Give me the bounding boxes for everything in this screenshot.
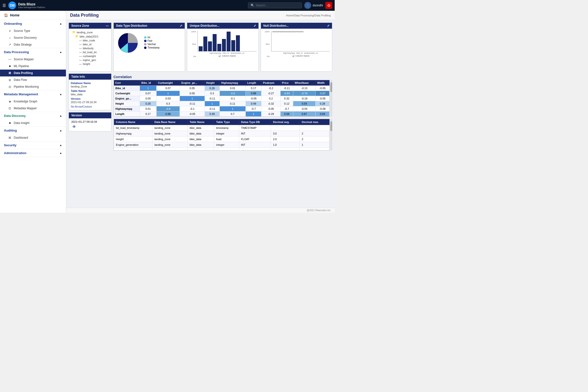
sidebar-item-metadata-mapper[interactable]: ⊡ Metadata Mapper (0, 105, 66, 112)
sidebar-item-source-type[interactable]: ≡ Source Type (0, 28, 66, 34)
detail-db: landing_zone (152, 131, 188, 136)
search-input[interactable] (256, 4, 299, 7)
scrollbar-right[interactable] (330, 80, 332, 117)
corr-cell: 0.32 (280, 96, 293, 101)
tree-item[interactable]: 📁 bike_data(2021- (70, 34, 110, 38)
source-type-label: Source Type (14, 29, 30, 32)
db-name-value: landing_Zone (71, 85, 109, 88)
source-zone-title: Source Zone (71, 24, 89, 28)
scrollbar-right2[interactable] (330, 119, 332, 151)
row-label: Bike_id (114, 86, 140, 91)
file-icon: — (79, 43, 82, 46)
tree-item[interactable]: — bikebody (70, 46, 110, 50)
source-discovery-label: Source Discovery (14, 36, 37, 40)
table-info-header: Table Info (69, 74, 111, 80)
pie-chart-svg (116, 30, 140, 55)
sidebar-item-data-insight[interactable]: ■ Data Insight (0, 120, 66, 126)
unique-dist-header: Unique Distribution... ⤢ (187, 23, 258, 29)
security-label: Security (4, 143, 16, 147)
tree-item[interactable]: — bd_load_tin (70, 50, 110, 54)
table-row: Length 0.17 0.88 -0.05 0.49 0.7 1 -0.29 (114, 112, 330, 116)
main-layout: 🏠 Home Onboarding ▲ ≡ Source Type ⌕ Sour… (0, 11, 335, 213)
corr-cell: -0.05 (262, 106, 280, 112)
sidebar-item-dashboard[interactable]: ⊞ Dashboard (0, 134, 66, 141)
detail-table-container: Columns Name Data Base Name Table Name T… (114, 119, 330, 151)
tree-item[interactable]: — bike_code (70, 38, 110, 42)
corr-cell: -0.11 (280, 86, 293, 91)
null-dist-x-labels: highrwaympg bike_id peakrpobike_oc (271, 52, 330, 54)
corr-cell: 0.07 (156, 86, 180, 91)
corr-cell: 0.7 (220, 112, 246, 116)
data-type-dist-panel: Data Type Distribution ⤢ (114, 22, 185, 72)
eye-icon[interactable]: 👁 (71, 124, 77, 130)
tree-item[interactable]: 📁 landing_zone (70, 30, 110, 34)
detail-dtype: INT (239, 131, 271, 136)
pie-chart-area: Int Fast Varchar (114, 29, 185, 57)
detail-col (114, 148, 152, 150)
row-label: Height (114, 101, 140, 106)
sidebar-item-source-discovery[interactable]: ⌕ Source Discovery (0, 34, 66, 41)
row-label: Curbweight (114, 91, 140, 96)
tree-item[interactable]: — height (70, 62, 110, 66)
sidebar-section-header-data-processing[interactable]: Data Processing ▲ (0, 48, 66, 56)
corr-cell: -0.08 (316, 106, 330, 112)
table-row: Highwaympg landing_zone bike_data intege… (114, 131, 330, 136)
detail-th-columns: Columns Name (114, 119, 152, 125)
version-title: Version (71, 114, 82, 117)
sidebar-item-data-flow[interactable]: ψ Data Flow (0, 76, 66, 83)
detail-type: timestamp (214, 125, 239, 131)
table-name-label: Table Name (71, 90, 109, 92)
sidebar-section-auditing: Auditing ▲ ⊞ Dashboard (0, 127, 66, 141)
corr-cell: -0.05 (316, 86, 330, 91)
sidebar-section-metadata: Metadata Management ▲ ◈ Knowledge Graph … (0, 90, 66, 112)
corr-th-height: Height (204, 80, 220, 86)
dashboard-label: Dashboard (14, 136, 28, 140)
sidebar-item-ml-pipeline[interactable]: ■ ML Pipeline (0, 63, 66, 70)
detail-type: foad (214, 136, 239, 142)
detail-avg: 2.0 (271, 136, 300, 142)
corr-cell: 0.17 (140, 112, 156, 116)
sidebar-item-knowledge-graph[interactable]: ◈ Knowledge Graph (0, 98, 66, 105)
sidebar-section-header-administration[interactable]: Administration ▲ (0, 149, 66, 157)
sidebar-item-source-mapper[interactable]: — Source Mapper (0, 56, 66, 63)
sidebar-item-data-profiling[interactable]: ⊞ Data Profiling (0, 70, 66, 76)
table-row: Bike_id 1 0.07 0.05 0.26 0.01 0.17 -0.2 (114, 86, 330, 91)
sidebar-section-header-auditing[interactable]: Auditing ▲ (0, 127, 66, 134)
unique-dist-axis-label: 📊 Column Name (198, 55, 256, 57)
detail-table-val: bike_data (188, 125, 214, 131)
expand-icon2[interactable]: ⤢ (254, 24, 256, 28)
tree-item[interactable]: — bike_id (70, 42, 110, 46)
table-row: Engine_generation landing_zone bike_data… (114, 142, 330, 148)
hamburger-icon[interactable]: ☰ (2, 3, 6, 8)
expand-icon[interactable]: ⤢ (180, 24, 182, 28)
sidebar-section-header-security[interactable]: Security ▲ (0, 141, 66, 149)
no-arrow-label: No Arrow/Coulum (71, 105, 109, 108)
middle-row: Table Info Database Name landing_Zone Ta… (68, 74, 332, 151)
search-bar[interactable]: 🔍 (248, 2, 302, 8)
source-zone-tree: 📁 landing_zone 📁 bike_data(2021- — bike_… (69, 29, 111, 68)
legend-int: Int (144, 36, 160, 39)
expand-icon3[interactable]: ⤢ (327, 24, 330, 28)
chevron-icon3: ▲ (60, 93, 62, 96)
sidebar-section-header-metadata[interactable]: Metadata Management ▲ (0, 90, 66, 98)
corr-th-bike-id: Bike_id (140, 80, 156, 86)
power-button[interactable]: ⏻ (325, 2, 332, 9)
sidebar-item-pipeline-monitoring[interactable]: ◎ Pipeline Monitoring (0, 83, 66, 90)
sidebar-item-data-strategy[interactable]: ↗ Data Strategy (0, 41, 66, 48)
administration-label: Administration (4, 151, 26, 155)
corr-cell: 0.07 (140, 91, 156, 96)
minimize-icon[interactable]: — (106, 24, 109, 28)
corr-th-length: Length (246, 80, 262, 86)
app-subtitle: Data Management Platform (18, 6, 45, 8)
corr-cell: -0.7 (246, 106, 262, 112)
detail-table-wrap: Columns Name Data Base Name Table Name T… (114, 119, 332, 151)
version-value: 2021=01-27 09:16:34 (71, 101, 109, 104)
tree-item[interactable]: — ingine_gen (70, 58, 110, 62)
sidebar-section-header-onboarding[interactable]: Onboarding ▲ (0, 20, 66, 28)
detail-avg (271, 125, 300, 131)
sidebar-home[interactable]: 🏠 Home (0, 11, 66, 20)
sidebar-section-header-data-discovery[interactable]: Data Discovey ▲ (0, 112, 66, 120)
tree-item[interactable]: — curbweight (70, 54, 110, 58)
detail-dtype (239, 148, 271, 150)
metadata-mapper-label: Metadata Mapper (14, 106, 37, 110)
